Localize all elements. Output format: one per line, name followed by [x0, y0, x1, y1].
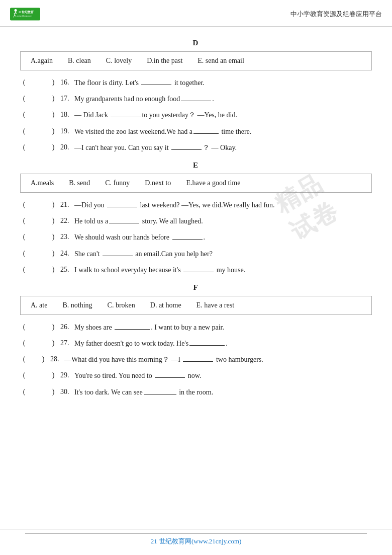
section-d: D A.again B. clean C. lovely D.in the pa… [20, 39, 372, 154]
word-d-4: E. send an email [198, 57, 244, 65]
word-e-1: B. send [69, 179, 90, 187]
logo-area: 21世纪教育 www.21cnjy.com [10, 5, 40, 23]
word-d-3: D.in the past [147, 57, 182, 65]
section-f-questions: ( ) 26. My shoes are . I want to buy a n… [20, 321, 372, 399]
word-f-4: E. have a rest [197, 301, 234, 309]
word-f-3: D. at home [150, 301, 181, 309]
word-e-3: D.next to [145, 179, 171, 187]
table-row: ( ) 19. We visited the zoo last weekend.… [20, 125, 372, 138]
table-row: ( ) 30. It's too dark. We can see in the… [20, 386, 372, 399]
table-row: ( ) 22. He told us a story. We all laugh… [20, 215, 372, 227]
section-f: F A. ate B. nothing C. broken D. at home… [20, 283, 372, 399]
word-d-1: B. clean [68, 57, 91, 65]
section-d-wordbox: A.again B. clean C. lovely D.in the past… [20, 51, 372, 70]
page-header: 21世纪教育 www.21cnjy.com 中小学教育资源及组卷应用平台 [0, 0, 392, 27]
table-row: ( ) 21. —Did you last weekend? —Yes, we … [20, 199, 372, 211]
table-row: ( ) 28. —What did you have this morning？… [20, 353, 372, 366]
table-row: ( ) 18. — Did Jack to you yesterday？ —Ye… [20, 109, 372, 121]
section-e-wordbox: A.meals B. send C. funny D.next to E.hav… [20, 174, 372, 193]
svg-point-1 [15, 9, 17, 12]
table-row: ( ) 29. You're so tired. You need to now… [20, 369, 372, 382]
section-e: E A.meals B. send C. funny D.next to E.h… [20, 161, 372, 276]
word-f-2: C. broken [108, 301, 135, 309]
section-e-title: E [20, 161, 372, 170]
word-e-0: A.meals [31, 179, 54, 187]
section-d-title: D [20, 39, 372, 47]
table-row: ( ) 23. We should wash our hands before … [20, 231, 372, 244]
table-row: ( ) 16. The floor is dirty. Let's it tog… [20, 76, 372, 89]
table-row: ( ) 17. My grandparents had no enough fo… [20, 93, 372, 105]
section-f-title: F [20, 283, 372, 292]
section-f-wordbox: A. ate B. nothing C. broken D. at home E… [20, 296, 372, 315]
word-f-0: A. ate [31, 301, 47, 309]
header-right-text: 中小学教育资源及组卷应用平台 [290, 10, 382, 19]
word-d-0: A.again [31, 57, 53, 65]
section-e-questions: ( ) 21. —Did you last weekend? —Yes, we … [20, 199, 372, 276]
footer-text: 21 世纪教育网(www.21cnjy.com) [151, 537, 242, 545]
word-d-2: C. lovely [106, 57, 132, 65]
table-row: ( ) 24. She can't an email.Can you help … [20, 248, 372, 260]
word-e-2: C. funny [105, 179, 130, 187]
logo-icon: 21世纪教育 www.21cnjy.com [10, 5, 40, 23]
page-footer: 21 世纪教育网(www.21cnjy.com) [0, 529, 392, 546]
section-d-questions: ( ) 16. The floor is dirty. Let's it tog… [20, 76, 372, 154]
word-e-4: E.have a good time [186, 179, 240, 187]
word-f-1: B. nothing [62, 301, 92, 309]
table-row: ( ) 20. —I can't hear you. Can you say i… [20, 141, 372, 154]
table-row: ( ) 27. My father doesn't go to work tod… [20, 337, 372, 350]
svg-text:21世纪教育: 21世纪教育 [19, 10, 34, 14]
table-row: ( ) 25. I walk to school everyday becaus… [20, 264, 372, 276]
svg-text:www.21cnjy.com: www.21cnjy.com [17, 15, 32, 17]
table-row: ( ) 26. My shoes are . I want to buy a n… [20, 321, 372, 334]
main-content: D A.again B. clean C. lovely D.in the pa… [0, 27, 392, 424]
